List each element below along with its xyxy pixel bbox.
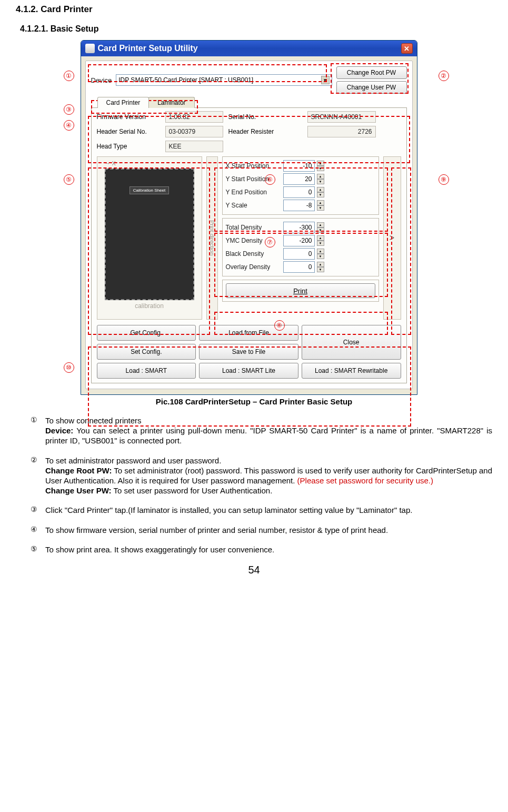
tab-card-printer[interactable]: Card Printer [97, 97, 150, 108]
titlebar: Card Printer Setup Utility ✕ [81, 41, 417, 56]
callout-2: ② [439, 71, 449, 81]
spinner-down-icon[interactable]: ▼ [317, 179, 324, 184]
notes-list: ① To show connected printers Device: You… [31, 415, 492, 554]
close-button[interactable]: Close [302, 325, 401, 360]
header-resister-value: 2726 [307, 126, 376, 137]
note-body: Click "Card Printer" tap.(If laminator i… [45, 505, 492, 515]
spinner-down-icon[interactable]: ▼ [317, 205, 324, 211]
calibration-caption: calibration [135, 302, 164, 310]
spinner-up-icon[interactable]: ▲ [317, 235, 324, 241]
y-scale-label: Y Scale [226, 202, 281, 209]
spinner-up-icon[interactable]: ▲ [317, 161, 324, 166]
callout-10: ⑩ [64, 362, 74, 373]
spinner-down-icon[interactable]: ▼ [317, 192, 324, 197]
spinner-down-icon[interactable]: ▼ [317, 227, 324, 233]
callout-9: ⑨ [439, 174, 449, 185]
app-icon [85, 44, 95, 53]
serial-no-value: SRCNNN-A40001 [307, 111, 376, 123]
callout-1: ① [64, 71, 74, 81]
spinner-down-icon[interactable]: ▼ [317, 254, 324, 259]
spinner-up-icon[interactable]: ▲ [317, 222, 324, 227]
ymc-density-input[interactable] [283, 235, 315, 246]
head-type-label: Head Type [97, 143, 160, 150]
app-window: Card Printer Setup Utility ✕ Device IDP … [81, 40, 417, 395]
print-button[interactable]: Print [226, 283, 375, 298]
load-smart-lite-button[interactable]: Load : SMART Lite [199, 363, 298, 379]
spinner-down-icon[interactable]: ▼ [317, 267, 324, 272]
note-body: To set administrator password and user p… [45, 455, 492, 496]
note-number: ⑤ [31, 544, 40, 554]
header-serial-label: Header Serial No. [97, 128, 160, 135]
position-param-group: X Start Position ▲▼ Y Start Position ▲▼ [222, 156, 379, 215]
overlay-density-input[interactable] [283, 261, 315, 273]
note-number: ③ [31, 505, 40, 515]
calibration-card-image: Calibration Sheet [105, 169, 194, 300]
page-number: 54 [16, 564, 492, 576]
calibration-sheet-label: Calibration Sheet [130, 186, 169, 194]
callout-4: ④ [64, 120, 74, 131]
note-number: ② [31, 455, 40, 496]
callout-5: ⑤ [64, 174, 74, 185]
spinner-down-icon[interactable]: ▼ [317, 241, 324, 246]
header-serial-value: 03-00379 [165, 126, 223, 137]
callout-8: ⑧ [274, 320, 285, 331]
y-scale-input[interactable] [283, 200, 315, 211]
device-label: Device [91, 76, 112, 84]
note-body: To show print area. It shows exaggeratin… [45, 544, 492, 554]
spinner-down-icon[interactable]: ▼ [317, 166, 324, 171]
total-density-input[interactable] [283, 222, 315, 233]
y-end-label: Y End Position [226, 189, 281, 196]
subsection-heading: 4.1.2.1. Basic Setup [20, 24, 492, 34]
set-config-button[interactable]: Set Config. [97, 344, 196, 360]
spinner-up-icon[interactable]: ▲ [317, 262, 324, 267]
load-smart-rewritable-button[interactable]: Load : SMART Rewritable [302, 363, 401, 379]
spinner-up-icon[interactable]: ▲ [317, 187, 324, 192]
firmware-value: 1.00.82 [165, 111, 223, 123]
y-start-input[interactable] [283, 173, 315, 185]
black-density-label: Black Density [226, 250, 281, 258]
get-config-button[interactable]: Get Config. [97, 325, 196, 341]
figure-caption: Pic.108 CardPrinterSetup – Card Printer … [16, 397, 492, 406]
save-to-file-button[interactable]: Save to File [199, 344, 298, 360]
note-body: To show connected printers Device: You c… [45, 415, 492, 446]
spinner-up-icon[interactable]: ▲ [317, 249, 324, 254]
tab-laminator[interactable]: Laminator [148, 97, 194, 108]
print-direction-strip: Print direction [206, 156, 218, 320]
x-start-label: X Start Position [226, 162, 281, 170]
callout-6: ⑥ [265, 174, 275, 185]
change-user-pw-button[interactable]: Change User PW [336, 81, 407, 94]
calibration-preview: → X Calibration Sheet calibration [97, 156, 202, 320]
callout-3: ③ [64, 104, 74, 115]
device-value: IDP SMART-50 Card Printer [SMART : USB00… [118, 76, 253, 84]
firmware-label: Firmware Version [97, 113, 160, 121]
black-density-input[interactable] [283, 248, 315, 260]
overlay-density-label: Overlay Density [226, 263, 281, 271]
figure-wrapper: ① ② ③ ④ ⑤ ⑥ ⑦ ⑧ ⑨ ⑩ Card Printer Setup U… [81, 40, 428, 395]
spinner-up-icon[interactable]: ▲ [317, 200, 324, 205]
load-smart-button[interactable]: Load : SMART [97, 363, 196, 379]
change-root-pw-button[interactable]: Change Root PW [336, 66, 407, 79]
x-start-input[interactable] [283, 160, 315, 172]
window-title: Card Printer Setup Utility [98, 44, 198, 53]
total-density-label: Total Density [226, 224, 281, 231]
density-param-group: Total Density ▲▼ YMC Density ▲▼ [222, 218, 379, 276]
note-number: ④ [31, 525, 40, 535]
section-heading: 4.1.2. Card Printer [16, 4, 492, 15]
note-number: ① [31, 415, 40, 446]
serial-no-label: Serial No. [228, 113, 302, 121]
y-end-input[interactable] [283, 186, 315, 198]
header-resister-label: Header Resister [228, 128, 302, 135]
note-body: To show firmware version, serial number … [45, 525, 492, 535]
close-icon[interactable]: ✕ [401, 43, 413, 54]
expand-side-button[interactable]: > [383, 156, 401, 320]
spinner-up-icon[interactable]: ▲ [317, 174, 324, 179]
chevron-down-icon[interactable]: ▾ [321, 76, 330, 84]
callout-7: ⑦ [265, 237, 275, 247]
device-select[interactable]: IDP SMART-50 Card Printer [SMART : USB00… [116, 74, 332, 86]
head-type-value: KEE [165, 141, 223, 152]
